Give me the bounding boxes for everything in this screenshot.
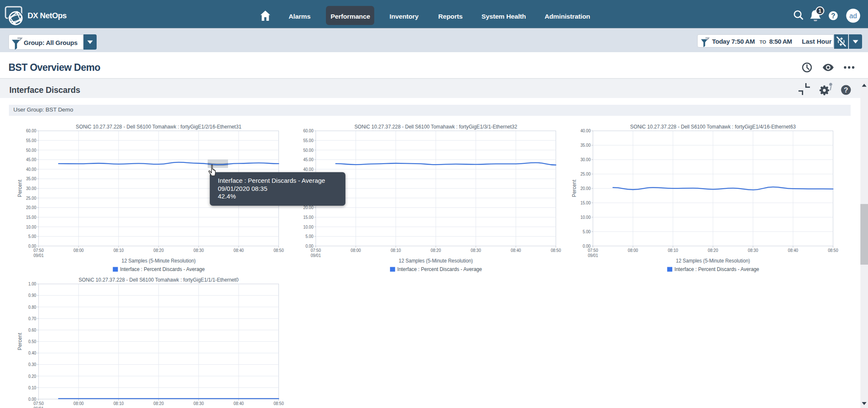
svg-text:Interface : Percent Discards -: Interface : Percent Discards - Average [120,266,205,272]
svg-text:35.00: 35.00 [26,176,36,181]
svg-text:08:50: 08:50 [273,401,284,406]
svg-text:?: ? [831,12,835,20]
svg-text:08:10: 08:10 [114,401,124,406]
svg-text:0.70: 0.70 [28,316,36,321]
svg-text:Interface : Percent Discards -: Interface : Percent Discards - Average [674,266,759,272]
svg-text:60.00: 60.00 [303,128,313,133]
svg-text:08:00: 08:00 [628,248,638,253]
svg-text:08:50: 08:50 [551,248,561,253]
svg-text:0.50: 0.50 [28,339,36,344]
svg-text:12 Samples (5-Minute Resolutio: 12 Samples (5-Minute Resolution) [399,257,473,264]
svg-text:08:50: 08:50 [828,248,838,253]
svg-text:20.00: 20.00 [26,205,36,210]
svg-text:45.00: 45.00 [26,157,36,162]
svg-text:0.20: 0.20 [28,374,36,379]
svg-text:08:10: 08:10 [391,248,401,253]
svg-text:40.00: 40.00 [26,167,36,172]
svg-text:SONiC 10.27.37.228 - Dell S610: SONiC 10.27.37.228 - Dell S6100 Tomahawk… [78,277,239,283]
svg-text:20.00: 20.00 [580,186,590,191]
svg-text:09/01: 09/01 [33,253,44,258]
svg-text:0.30: 0.30 [28,362,36,367]
svg-text:15.00: 15.00 [303,215,313,220]
svg-text:08:20: 08:20 [153,248,164,253]
svg-text:0.80: 0.80 [28,305,36,310]
svg-text:Percent: Percent [17,333,23,350]
svg-text:55.00: 55.00 [26,138,36,143]
svg-text:08:30: 08:30 [194,248,204,253]
svg-text:20.00: 20.00 [303,205,313,210]
svg-text:08:30: 08:30 [748,248,758,253]
svg-text:SONiC 10.27.37.228 - Dell S610: SONiC 10.27.37.228 - Dell S6100 Tomahawk… [354,123,517,130]
svg-text:10.00: 10.00 [303,224,313,229]
svg-text:1: 1 [818,8,821,14]
svg-text:SONiC 10.27.37.228 - Dell S610: SONiC 10.27.37.228 - Dell S6100 Tomahawk… [630,123,796,130]
svg-text:Interface : Percent Discards -: Interface : Percent Discards - Average [397,266,482,272]
svg-text:5.00: 5.00 [306,234,314,239]
svg-text:07:50: 07:50 [33,401,44,406]
svg-text:ad: ad [849,12,857,20]
svg-text:45.00: 45.00 [303,157,313,162]
svg-text:5.00: 5.00 [583,229,591,234]
svg-text:30.00: 30.00 [26,186,36,191]
svg-text:25.00: 25.00 [26,196,36,201]
svg-text:0.60: 0.60 [28,327,36,333]
svg-text:Percent: Percent [17,179,23,197]
svg-text:0.40: 0.40 [28,350,36,355]
svg-text:40.00: 40.00 [303,167,313,172]
svg-text:12 Samples (5-Minute Resolutio: 12 Samples (5-Minute Resolution) [676,257,750,264]
svg-text:08:10: 08:10 [114,248,124,253]
svg-text:25.00: 25.00 [580,171,590,176]
svg-text:15.00: 15.00 [26,215,36,220]
svg-text:08:00: 08:00 [351,248,361,253]
svg-text:40.00: 40.00 [580,128,590,133]
svg-text:30.00: 30.00 [580,157,590,162]
svg-text:5.00: 5.00 [28,234,36,239]
svg-text:?: ? [844,86,848,94]
svg-text:08:30: 08:30 [194,401,204,406]
svg-text:08:40: 08:40 [234,248,244,253]
svg-text:09/01: 09/01 [588,253,598,258]
svg-text:08:30: 08:30 [471,248,481,253]
svg-text:07:50: 07:50 [588,248,598,253]
svg-text:10.00: 10.00 [580,215,590,220]
svg-text:08:40: 08:40 [788,248,798,253]
svg-text:SONiC 10.27.37.228 - Dell S610: SONiC 10.27.37.228 - Dell S6100 Tomahawk… [76,123,242,130]
svg-text:10.00: 10.00 [26,224,36,229]
svg-text:08:40: 08:40 [234,401,244,406]
svg-text:0.90: 0.90 [28,293,36,298]
svg-text:08:40: 08:40 [511,248,521,253]
svg-text:12 Samples (5-Minute Resolutio: 12 Samples (5-Minute Resolution) [122,257,196,264]
svg-text:50.00: 50.00 [26,148,36,153]
svg-text:08:20: 08:20 [708,248,718,253]
svg-text:Percent: Percent [571,179,577,197]
svg-text:07:50: 07:50 [311,248,321,253]
svg-text:08:00: 08:00 [73,248,83,253]
svg-text:08:20: 08:20 [431,248,441,253]
svg-text:60.00: 60.00 [26,128,36,133]
svg-text:35.00: 35.00 [580,143,590,148]
svg-text:15.00: 15.00 [580,200,590,205]
svg-text:07:50: 07:50 [33,248,44,253]
svg-text:55.00: 55.00 [303,138,313,143]
svg-text:09/01: 09/01 [33,406,44,408]
svg-text:08:00: 08:00 [73,401,83,406]
svg-text:1.00: 1.00 [28,281,36,286]
svg-text:50.00: 50.00 [303,148,313,153]
svg-text:09/01: 09/01 [311,253,321,258]
svg-text:0.10: 0.10 [28,385,36,390]
svg-text:08:10: 08:10 [668,248,678,253]
svg-text:08:20: 08:20 [153,401,164,406]
svg-text:08:50: 08:50 [273,248,284,253]
